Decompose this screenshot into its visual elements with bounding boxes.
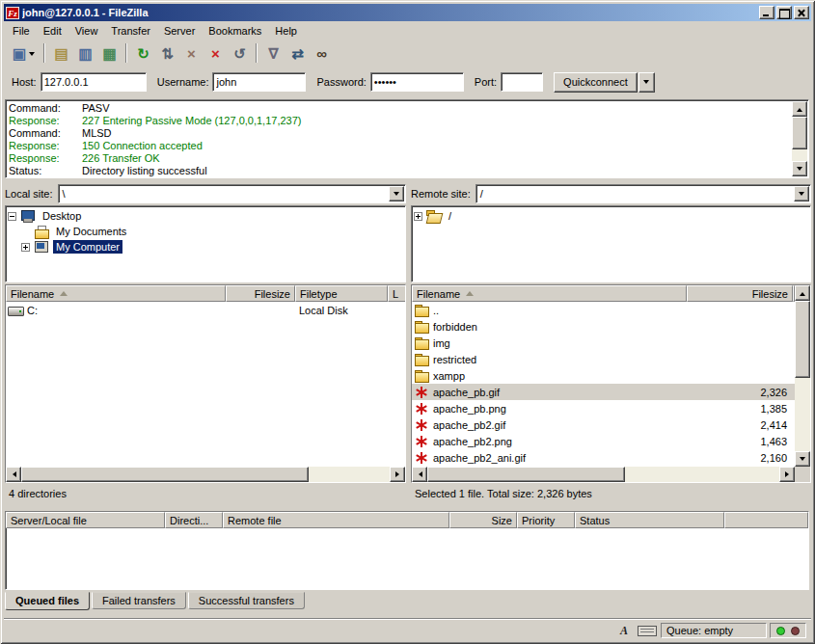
tab-successful-transfers[interactable]: Successful transfers [188,592,305,609]
chevron-down-icon[interactable] [794,186,809,201]
log-scrollbar[interactable] [792,101,807,176]
column-server-local-file[interactable]: Server/Local file [6,512,165,528]
scroll-left-icon[interactable] [6,467,21,482]
local-horizontal-scrollbar[interactable] [6,467,405,482]
scroll-down-icon[interactable] [792,161,807,176]
refresh-icon[interactable]: ↻ [131,42,155,64]
minimize-icon[interactable] [759,6,774,19]
my-documents-icon [34,226,50,238]
toggle-queue-icon[interactable]: ▦ [97,42,122,64]
local-site-combo[interactable]: \ [58,184,406,203]
file-row[interactable]: apache_pb2.gif 2,414 [412,416,795,433]
column-remote-file[interactable]: Remote file [223,512,449,528]
tree-item[interactable]: Desktop [6,208,405,224]
toolbar-separator [125,43,127,63]
scroll-right-icon[interactable] [390,467,405,482]
file-row[interactable]: apache_pb.gif 2,326 [412,384,795,400]
file-row[interactable]: C: Local Disk [6,302,405,318]
column-filesize[interactable]: Filesize [226,285,295,302]
scrollbar-thumb[interactable] [21,467,309,482]
menu-transfer[interactable]: Transfer [104,22,157,40]
menu-bookmarks[interactable]: Bookmarks [202,22,268,40]
column-filesize[interactable]: Filesize [687,285,793,302]
quickconnect-button[interactable]: Quickconnect [554,72,638,93]
tree-expander[interactable] [8,212,16,221]
log-line: Command: PASV [9,102,789,115]
menu-server[interactable]: Server [157,22,202,40]
process-queue-icon[interactable]: ⇅ [155,42,179,64]
toggle-log-icon[interactable]: ▤ [49,42,73,64]
compare-icon[interactable]: ⇄ [285,42,310,64]
file-row[interactable]: forbidden [412,318,795,335]
remote-site-combo[interactable]: / [475,184,811,203]
host-input[interactable] [41,72,147,92]
chevron-down-icon[interactable] [389,186,404,201]
column-size[interactable]: Size [449,512,517,528]
tab-failed-transfers[interactable]: Failed transfers [92,592,186,609]
tree-expander[interactable] [21,243,30,252]
quickconnect-bar: Host: Username: Password: Port: Quickcon… [4,67,811,96]
chevron-down-icon [29,52,35,59]
tree-item[interactable]: My Documents [6,224,405,239]
column-filetype[interactable]: Filetype [295,285,388,302]
remote-horizontal-scrollbar[interactable] [412,467,795,482]
column-priority[interactable]: Priority [517,512,575,528]
disconnect-icon[interactable]: × [204,42,228,64]
send-led-icon [791,627,800,635]
remote-site-label: Remote site: [411,188,471,200]
file-row[interactable]: restricted [412,351,795,367]
folder-icon [414,320,430,334]
toggle-trees-icon[interactable]: ▥ [73,42,97,64]
scroll-left-icon[interactable] [412,467,427,482]
column-filename[interactable]: Filename [6,285,226,302]
file-row[interactable]: .. [412,302,795,318]
scroll-right-icon[interactable] [779,467,795,482]
remote-vertical-scrollbar[interactable] [795,285,810,467]
site-manager-icon[interactable]: ▣ [8,42,40,64]
file-type: Local Disk [295,302,388,318]
menu-view[interactable]: View [68,22,105,40]
tree-item[interactable]: / [412,208,810,224]
file-row[interactable]: xampp [412,367,795,384]
file-size: 2,414 [687,416,793,433]
file-name: apache_pb.png [433,403,506,415]
file-name: restricted [433,354,476,365]
menu-file[interactable]: File [6,22,37,40]
column-direction[interactable]: Directi... [165,512,223,528]
username-input[interactable] [212,72,306,92]
file-size [687,367,793,384]
tab-queued-files[interactable]: Queued files [5,592,90,610]
scrollbar-thumb[interactable] [427,467,625,482]
port-input[interactable] [501,72,543,92]
scrollbar-thumb[interactable] [795,301,810,378]
column-last-modified[interactable]: L [388,285,405,302]
column-filename[interactable]: Filename [412,285,687,302]
quickconnect-dropdown[interactable] [638,72,655,93]
menu-bar: File Edit View Transfer Server Bookmarks… [4,21,811,40]
reconnect-icon[interactable]: ↺ [228,42,252,64]
file-row[interactable]: apache_pb2_ani.gif 2,160 [412,449,795,466]
log-line: Command: MLSD [9,127,789,140]
tree-item[interactable]: My Computer [6,239,405,255]
file-row[interactable]: apache_pb.png 1,385 [412,400,795,416]
find-icon[interactable]: ∞ [310,42,334,64]
filter-icon[interactable]: ∇ [261,42,285,64]
cancel-icon[interactable]: × [179,42,204,64]
tree-expander[interactable] [414,212,422,221]
scroll-down-icon[interactable] [795,451,810,467]
file-row[interactable]: apache_pb2.png 1,463 [412,433,795,449]
password-input[interactable] [370,72,464,92]
activity-indicators [770,623,806,638]
menu-help[interactable]: Help [268,22,304,40]
maximize-icon[interactable] [776,6,792,19]
file-row[interactable]: img [412,335,795,351]
scroll-up-icon[interactable] [795,285,810,301]
username-label: Username: [157,76,209,88]
scrollbar-thumb[interactable] [792,117,807,149]
local-list-header: Filename Filesize Filetype L [6,285,405,302]
close-icon[interactable] [794,6,809,19]
transfer-type-indicator-icon: A [620,624,628,637]
scroll-up-icon[interactable] [792,101,807,117]
column-status[interactable]: Status [575,512,724,528]
menu-edit[interactable]: Edit [37,22,68,40]
